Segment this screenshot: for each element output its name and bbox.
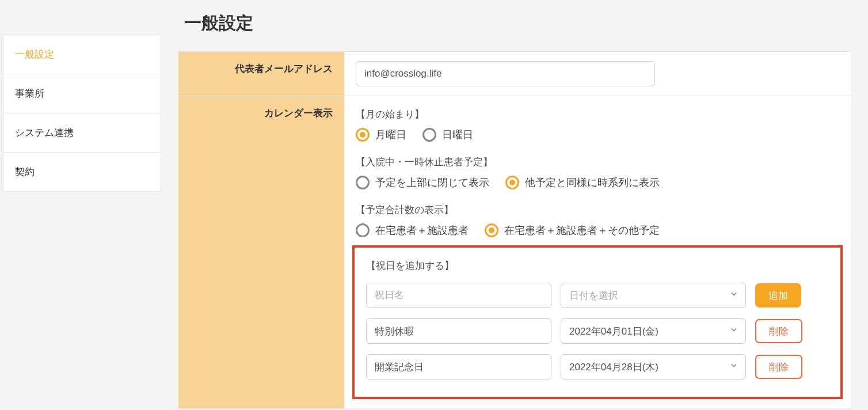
email-label: 代表者メールアドレス	[178, 52, 344, 96]
calendar-label: カレンダー表示	[178, 96, 344, 408]
add-holiday-button[interactable]: 追加	[755, 283, 801, 308]
week-start-title: 【月の始まり】	[356, 108, 839, 121]
page-title: 一般設定	[178, 12, 851, 35]
holiday-date-select[interactable]: 2022年04月01日(金)	[561, 318, 746, 344]
holidays-highlight: 【祝日を追加する】 日付を選択 追加	[352, 245, 843, 399]
sidebar-item-integration[interactable]: システム連携	[3, 113, 161, 153]
sidebar-item-contract[interactable]: 契約	[3, 153, 161, 191]
sidebar-item-office[interactable]: 事業所	[3, 74, 161, 113]
email-input[interactable]	[356, 61, 655, 86]
radio-label: 日曜日	[442, 128, 473, 142]
radio-icon	[356, 223, 370, 237]
radio-week-start-sunday[interactable]: 日曜日	[422, 128, 473, 142]
holiday-add-row: 日付を選択 追加	[366, 283, 829, 308]
delete-holiday-button[interactable]: 削除	[755, 319, 802, 343]
settings-table: 代表者メールアドレス カレンダー表示 【月の始まり】 月曜日	[178, 51, 851, 409]
holiday-date-value: 2022年04月28日(木)	[569, 360, 658, 374]
radio-count-basic[interactable]: 在宅患者＋施設患者	[356, 223, 469, 237]
holiday-name-input[interactable]	[366, 283, 551, 308]
radio-week-start-monday[interactable]: 月曜日	[356, 128, 406, 142]
delete-holiday-button[interactable]: 削除	[755, 355, 802, 379]
holiday-entry-row: 2022年04月28日(木) 削除	[366, 354, 829, 379]
radio-icon	[485, 223, 498, 237]
holiday-entry-row: 2022年04月01日(金) 削除	[366, 318, 829, 344]
sidebar: 一般設定 事業所 システム連携 契約	[3, 35, 161, 192]
holiday-name-input[interactable]	[366, 318, 551, 344]
radio-label: 他予定と同様に時系列に表示	[525, 176, 660, 189]
row-email: 代表者メールアドレス	[178, 52, 851, 96]
radio-icon	[505, 176, 519, 189]
radio-icon	[356, 176, 370, 189]
sidebar-item-general[interactable]: 一般設定	[3, 35, 161, 74]
radio-label: 在宅患者＋施設患者	[375, 223, 469, 237]
radio-count-extended[interactable]: 在宅患者＋施設患者＋その他予定	[485, 223, 660, 237]
radio-suspended-top[interactable]: 予定を上部に閉じて表示	[356, 176, 489, 189]
holiday-date-select[interactable]: 2022年04月28日(木)	[561, 354, 746, 379]
holiday-date-select[interactable]: 日付を選択	[561, 283, 746, 308]
radio-icon	[356, 128, 370, 142]
chevron-down-icon	[729, 325, 738, 337]
holiday-date-value: 2022年04月01日(金)	[569, 325, 658, 338]
row-calendar: カレンダー表示 【月の始まり】 月曜日 日曜日 【入院中・一時休止患者予定	[178, 96, 851, 409]
holiday-date-placeholder: 日付を選択	[569, 289, 618, 302]
holidays-title: 【祝日を追加する】	[366, 259, 829, 272]
radio-icon	[422, 128, 436, 142]
chevron-down-icon	[729, 290, 738, 302]
count-title: 【予定合計数の表示】	[356, 203, 839, 217]
radio-suspended-timeline[interactable]: 他予定と同様に時系列に表示	[505, 176, 660, 189]
radio-label: 予定を上部に閉じて表示	[375, 176, 489, 189]
radio-label: 月曜日	[375, 128, 406, 142]
suspended-title: 【入院中・一時休止患者予定】	[356, 155, 839, 169]
holiday-name-input[interactable]	[366, 354, 551, 379]
chevron-down-icon	[729, 361, 738, 373]
radio-label: 在宅患者＋施設患者＋その他予定	[504, 223, 660, 237]
